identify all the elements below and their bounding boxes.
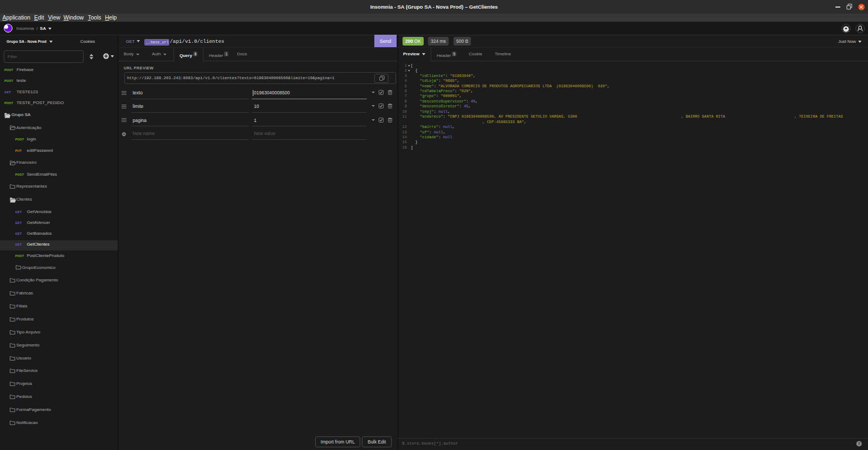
svg-text:?: ?: [858, 441, 860, 446]
